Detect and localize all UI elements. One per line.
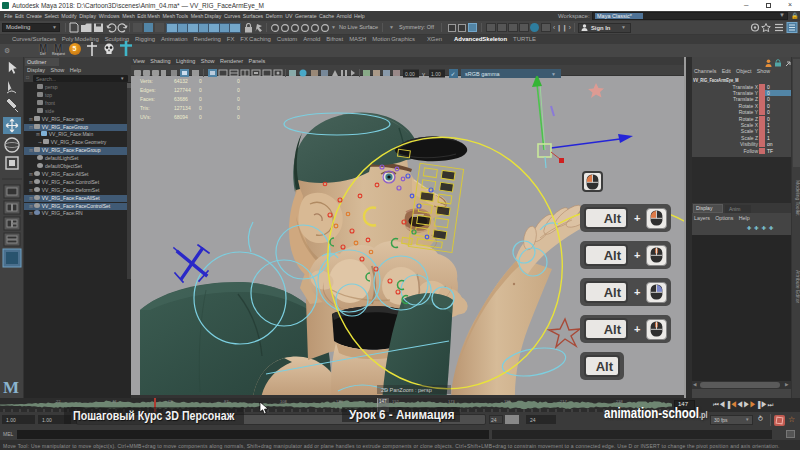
svg-text:2D PanZoom : persp: 2D PanZoom : persp: [381, 387, 432, 393]
svg-text:M: M: [3, 378, 19, 397]
